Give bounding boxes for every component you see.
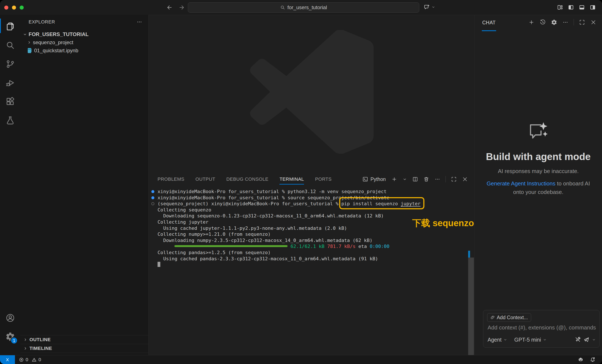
terminal-line: Collecting numpy>=1.21.0 (from sequenzo) — [151, 231, 462, 238]
agent-mode-picker[interactable]: Agent — [488, 337, 507, 343]
add-context-button[interactable]: Add Context... — [487, 313, 531, 322]
chat-empty-subtitle: AI responses may be inaccurate. — [474, 168, 602, 175]
maximize-chat-button[interactable] — [579, 19, 585, 25]
sidebar-section-timeline[interactable]: TIMELINE — [21, 344, 148, 353]
close-panel-button[interactable] — [462, 176, 468, 182]
close-window-button[interactable] — [4, 6, 8, 10]
chat-input-box[interactable]: Add Context... Add context (#), extensio… — [483, 310, 600, 348]
terminal-line: Collecting pandas>=1.2.5 (from sequenzo) — [151, 250, 462, 256]
panel-tab-terminal[interactable]: TERMINAL — [280, 173, 304, 185]
terminal-launch-chevron-icon[interactable] — [402, 177, 407, 182]
activity-item-search[interactable] — [0, 36, 21, 55]
navigate-forward-button[interactable] — [178, 4, 185, 11]
tree-item-root[interactable]: FOR_USERS_TUTORIAL — [21, 30, 148, 38]
copilot-menu-button[interactable] — [424, 4, 435, 10]
chat-panel: CHAT Build with agent mode AI responses … — [474, 15, 602, 355]
split-terminal-button[interactable] — [412, 176, 418, 182]
chevron-down-icon — [543, 338, 547, 342]
chevron-right-icon — [23, 346, 28, 351]
bell-icon[interactable] — [590, 357, 596, 363]
layout-customize-icon[interactable] — [557, 4, 563, 11]
command-running-icon — [151, 202, 154, 205]
copilot-chat-icon — [424, 4, 430, 10]
chat-empty-title: Build with agent mode — [474, 151, 602, 162]
chevron-down-icon — [503, 338, 507, 342]
command-center-search[interactable]: for_users_tutorial — [188, 2, 419, 13]
close-chat-button[interactable] — [590, 19, 596, 25]
extensions-icon — [5, 97, 15, 106]
source-control-icon — [5, 59, 15, 69]
tree-item-label: 01_quickstart.ipynb — [34, 48, 78, 53]
warning-count: 0 — [38, 357, 41, 363]
chat-more-actions-button[interactable] — [562, 19, 569, 25]
layout-sidebar-left-icon[interactable] — [568, 4, 574, 11]
remote-icon — [5, 357, 10, 363]
editor-area — [149, 15, 474, 173]
problems-status[interactable]: 0 0 — [19, 357, 43, 363]
send-button[interactable] — [583, 336, 590, 343]
tree-item-01-quickstart-ipynb[interactable]: 01_quickstart.ipynb — [21, 47, 148, 55]
layout-panel-icon[interactable] — [579, 4, 585, 11]
paperclip-icon — [490, 315, 495, 320]
activity-item-testing[interactable] — [0, 111, 21, 130]
model-picker[interactable]: GPT-5 mini — [514, 337, 547, 343]
notebook-file-icon — [27, 48, 32, 53]
copilot-icon[interactable] — [578, 357, 584, 363]
activity-item-settings[interactable]: 1 — [0, 327, 21, 346]
download-progress-bar — [174, 245, 288, 247]
navigate-back-button[interactable] — [166, 4, 173, 11]
tree-item-sequenzo-project[interactable]: sequenzo_project — [21, 38, 148, 47]
activity-item-accounts[interactable] — [0, 309, 21, 327]
sidebar-section-label: OUTLINE — [30, 337, 51, 343]
activity-item-extensions[interactable] — [0, 92, 21, 111]
minimize-window-button[interactable] — [12, 6, 16, 10]
activity-item-explorer[interactable] — [0, 17, 21, 36]
sidebar-section-label: TIMELINE — [30, 346, 52, 351]
chat-input-placeholder[interactable]: Add context (#), extensions (@), command… — [488, 324, 597, 331]
terminal-shell-label[interactable]: Python — [370, 177, 386, 182]
tools-icon[interactable] — [575, 336, 581, 343]
toolbar-divider — [574, 19, 574, 25]
bottom-panel: PROBLEMSOUTPUTDEBUG CONSOLETERMINALPORTS… — [149, 173, 474, 355]
chat-history-button[interactable] — [540, 19, 546, 25]
chat-settings-button[interactable] — [551, 19, 557, 25]
vscode-window: for_users_tutorial 1 EXPLORER FOR_USERS_… — [0, 0, 602, 364]
panel-tab-ports[interactable]: PORTS — [315, 173, 332, 185]
highlight-box: pip install sequenzo jupyter — [341, 201, 420, 206]
zoom-window-button[interactable] — [20, 6, 24, 10]
layout-sidebar-right-icon[interactable] — [589, 4, 596, 11]
chevron-down-icon[interactable] — [592, 338, 596, 342]
new-chat-button[interactable] — [528, 19, 535, 25]
terminal-line: xinyi@xinyideMacBook-Pro for_users_tutor… — [151, 189, 462, 195]
warning-icon — [32, 357, 37, 362]
generate-agent-instructions-link[interactable]: Generate Agent Instructions — [486, 180, 555, 187]
maximize-panel-button[interactable] — [451, 176, 457, 182]
new-terminal-button[interactable] — [391, 176, 397, 182]
activity-item-run-and-debug[interactable] — [0, 73, 21, 92]
tab-chat[interactable]: CHAT — [482, 20, 496, 26]
chevron-down-icon — [23, 32, 27, 37]
terminal-toolbar: Python — [362, 173, 468, 185]
chat-header: CHAT — [474, 15, 602, 32]
remote-indicator[interactable] — [0, 355, 15, 364]
error-icon — [19, 357, 24, 362]
chat-empty-state: Build with agent mode AI responses may b… — [474, 122, 602, 196]
terminal-line: Using cached pandas-2.3.3-cp312-cp312-ma… — [151, 256, 462, 262]
terminal-line: xinyi@xinyideMacBook-Pro for_users_tutor… — [151, 195, 462, 201]
chat-sparkle-icon — [527, 122, 549, 141]
file-tree: FOR_USERS_TUTORIAL sequenzo_project01_qu… — [21, 30, 148, 55]
terminal-more-actions-button[interactable] — [434, 176, 441, 182]
search-icon — [280, 5, 285, 10]
panel-tab-output[interactable]: OUTPUT — [195, 173, 215, 185]
panel-tab-debug-console[interactable]: DEBUG CONSOLE — [226, 173, 268, 185]
sidebar-section-outline[interactable]: OUTLINE — [21, 335, 148, 344]
activity-item-source-control[interactable] — [0, 55, 21, 73]
command-success-icon — [151, 190, 154, 193]
terminal-scrollbar[interactable] — [468, 258, 474, 355]
chevron-right-icon — [27, 40, 32, 45]
kill-terminal-button[interactable] — [423, 176, 429, 182]
panel-tab-problems[interactable]: PROBLEMS — [158, 173, 184, 185]
vscode-logo-watermark — [250, 30, 374, 154]
settings-badge: 1 — [11, 337, 18, 344]
explorer-more-actions-button[interactable] — [136, 19, 142, 25]
